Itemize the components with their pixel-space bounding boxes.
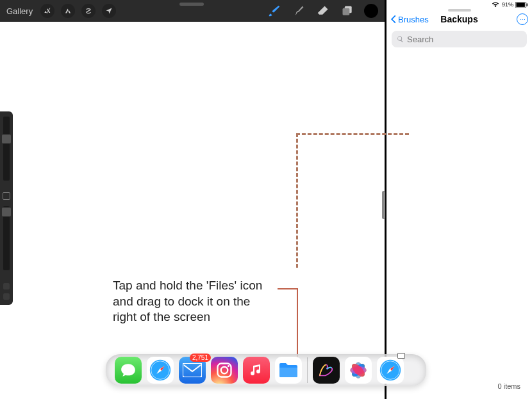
actions-icon[interactable]: [40, 4, 54, 18]
sidebar-sliders: [0, 111, 13, 305]
annotation-arrow: [296, 133, 298, 268]
instagram-app-icon[interactable]: [211, 357, 238, 384]
dock-separator: [307, 357, 308, 383]
slider-thumb[interactable]: [2, 134, 11, 143]
transform-icon[interactable]: [102, 4, 116, 18]
eraser-icon[interactable]: [314, 4, 332, 17]
battery-percent: 91%: [502, 1, 513, 8]
multitask-indicator-icon: [397, 353, 405, 359]
mail-app-icon[interactable]: 2,751: [179, 357, 206, 384]
svg-rect-1: [343, 8, 350, 15]
drag-handle-icon[interactable]: [179, 3, 204, 6]
messages-app-icon[interactable]: [115, 357, 142, 384]
procreate-app-icon[interactable]: [313, 357, 340, 384]
files-app-icon[interactable]: [275, 357, 302, 384]
search-field[interactable]: [407, 35, 522, 44]
color-swatch[interactable]: [364, 4, 378, 18]
back-label: Brushes: [398, 15, 429, 24]
annotation-line: [297, 288, 298, 359]
battery-icon: [515, 2, 528, 8]
annotation-arrow: [296, 133, 409, 135]
procreate-app: Gallery: [0, 0, 385, 399]
svg-point-10: [228, 365, 229, 367]
photos-app-icon[interactable]: [345, 357, 372, 384]
undo-button[interactable]: [3, 283, 10, 289]
safari-app-icon[interactable]: [147, 357, 174, 384]
dock: 2,751: [106, 354, 426, 386]
panel-header: Brushes Backups ⋯: [387, 12, 532, 27]
layers-icon[interactable]: [338, 4, 356, 17]
selection-icon[interactable]: [81, 4, 96, 18]
svg-point-9: [221, 367, 228, 374]
wifi-icon: [491, 2, 500, 8]
brush-size-slider[interactable]: [3, 117, 10, 181]
modify-button[interactable]: [3, 192, 10, 200]
search-icon: [397, 35, 404, 43]
smudge-icon[interactable]: [290, 4, 308, 17]
badge: 2,751: [190, 354, 211, 362]
search-input[interactable]: [392, 31, 527, 47]
more-icon[interactable]: ⋯: [517, 13, 528, 25]
toolbar: Gallery: [0, 0, 385, 22]
back-button[interactable]: Brushes: [390, 15, 429, 24]
brush-icon[interactable]: [265, 4, 283, 17]
files-panel: 91% Brushes Backups ⋯ 0 items: [385, 0, 532, 399]
items-count: 0 items: [498, 382, 520, 390]
panel-title: Backups: [440, 14, 478, 24]
music-app-icon[interactable]: [243, 357, 270, 384]
gallery-button[interactable]: Gallery: [6, 6, 33, 16]
svg-rect-7: [183, 363, 202, 377]
safari-recent-app-icon[interactable]: [377, 357, 404, 384]
redo-button[interactable]: [3, 293, 10, 300]
slider-thumb[interactable]: [2, 208, 11, 216]
status-bar: 91%: [387, 0, 532, 9]
splitview-handle[interactable]: [382, 191, 385, 219]
svg-rect-4: [527, 3, 528, 6]
annotation-text: Tap and hold the 'Files' icon and drag t…: [113, 278, 273, 325]
annotation-line: [278, 288, 298, 289]
svg-rect-3: [516, 3, 525, 7]
adjustments-icon[interactable]: [61, 4, 75, 18]
